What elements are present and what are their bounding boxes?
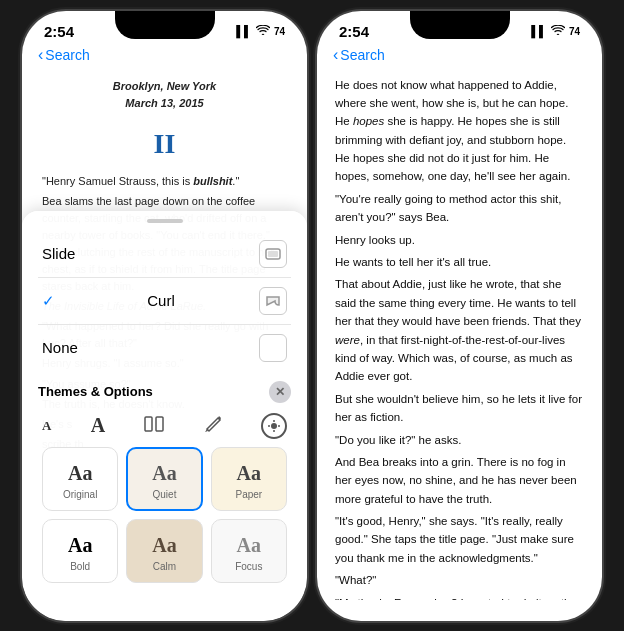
reading-para-10: "What?" <box>335 571 584 589</box>
theme-paper[interactable]: Aa Paper <box>211 447 287 511</box>
status-time-right: 2:54 <box>339 23 369 40</box>
reading-para-2: "You're really going to method actor thi… <box>335 190 584 227</box>
back-label-right: Search <box>340 47 384 63</box>
scroll-option-slide[interactable]: Slide <box>38 231 291 278</box>
back-arrow-left: ‹ <box>38 46 43 64</box>
theme-focus-label: Focus <box>235 561 262 572</box>
reading-para-5: That about Addie, just like he wrote, th… <box>335 275 584 385</box>
themes-label: Themes & Options <box>38 384 153 399</box>
overlay-panel: Slide ✓ Curl <box>22 211 307 621</box>
slide-indicator <box>22 211 307 227</box>
font-size-small[interactable]: A <box>42 418 51 434</box>
nav-bar-right[interactable]: ‹ Search <box>317 44 602 70</box>
theme-original-text: Aa <box>68 462 92 485</box>
back-button-right[interactable]: ‹ Search <box>333 46 385 64</box>
reading-para-11: "My thesis. Remember? I wanted to do it … <box>335 594 584 600</box>
scroll-option-none[interactable]: None <box>38 325 291 371</box>
signal-icon-right: ▌▌ <box>531 25 547 37</box>
theme-calm[interactable]: Aa Calm <box>126 519 202 583</box>
curl-label: Curl <box>147 292 175 309</box>
svg-rect-2 <box>145 417 152 431</box>
notch-right <box>410 11 510 39</box>
wifi-icon-left <box>256 25 270 38</box>
reading-content: He does not know what happened to Addie,… <box>317 70 602 600</box>
notch <box>115 11 215 39</box>
curl-checkmark: ✓ <box>42 292 55 310</box>
scroll-option-curl[interactable]: ✓ Curl <box>38 278 291 325</box>
book-para-1: "Henry Samuel Strauss, this is bullshit.… <box>42 173 287 190</box>
wifi-icon-right <box>551 25 565 38</box>
reading-para-6: But she wouldn't believe him, so he lets… <box>335 390 584 427</box>
reading-para-1: He does not know what happened to Addie,… <box>335 76 584 186</box>
nav-bar-left[interactable]: ‹ Search <box>22 44 307 70</box>
edit-icon[interactable] <box>204 415 222 437</box>
theme-focus[interactable]: Aa Focus <box>211 519 287 583</box>
theme-paper-label: Paper <box>235 489 262 500</box>
slide-right <box>259 240 287 268</box>
back-arrow-right: ‹ <box>333 46 338 64</box>
reading-para-8: And Bea breaks into a grin. There is no … <box>335 453 584 508</box>
none-right <box>259 334 287 362</box>
svg-point-4 <box>271 423 277 429</box>
theme-quiet-text: Aa <box>152 462 176 485</box>
drag-handle <box>147 219 183 223</box>
right-phone: 2:54 ▌▌ 74 ‹ <box>317 11 602 621</box>
signal-icon-left: ▌▌ <box>236 25 252 37</box>
brightness-icon[interactable] <box>261 413 287 439</box>
themes-grid: Aa Original Aa Quiet Aa Paper Aa <box>38 447 291 591</box>
back-button-left[interactable]: ‹ Search <box>38 46 90 64</box>
theme-calm-label: Calm <box>153 561 176 572</box>
theme-quiet[interactable]: Aa Quiet <box>126 447 202 511</box>
battery-icon-left: 74 <box>274 26 285 37</box>
reading-para-4: He wants to tell her it's all true. <box>335 253 584 271</box>
status-time-left: 2:54 <box>44 23 74 40</box>
curl-right <box>259 287 287 315</box>
none-icon <box>259 334 287 362</box>
theme-quiet-label: Quiet <box>153 489 177 500</box>
curl-icon <box>259 287 287 315</box>
font-size-large[interactable]: A <box>91 414 105 437</box>
theme-calm-text: Aa <box>152 534 176 557</box>
theme-original[interactable]: Aa Original <box>42 447 118 511</box>
none-label: None <box>42 339 78 356</box>
back-label-left: Search <box>45 47 89 63</box>
theme-paper-text: Aa <box>237 462 261 485</box>
reading-para-7: "Do you like it?" he asks. <box>335 431 584 449</box>
chapter-number: II <box>42 122 287 165</box>
theme-bold[interactable]: Aa Bold <box>42 519 118 583</box>
theme-bold-label: Bold <box>70 561 90 572</box>
svg-rect-1 <box>268 251 278 257</box>
left-phone: 2:54 ▌▌ 74 ‹ <box>22 11 307 621</box>
book-location-line2: March 13, 2015 <box>42 95 287 112</box>
theme-original-label: Original <box>63 489 97 500</box>
reading-para-3: Henry looks up. <box>335 231 584 249</box>
toolbar-row: A A <box>38 407 291 447</box>
columns-icon[interactable] <box>144 416 164 436</box>
status-icons-left: ▌▌ 74 <box>236 25 285 38</box>
scroll-options: Slide ✓ Curl <box>22 227 307 375</box>
slide-icon <box>259 240 287 268</box>
book-header: Brooklyn, New York March 13, 2015 <box>42 78 287 112</box>
status-icons-right: ▌▌ 74 <box>531 25 580 38</box>
themes-header-row: Themes & Options ✕ <box>38 375 291 407</box>
svg-rect-3 <box>156 417 163 431</box>
battery-icon-right: 74 <box>569 26 580 37</box>
theme-focus-text: Aa <box>237 534 261 557</box>
themes-section: Themes & Options ✕ A A <box>22 375 307 591</box>
reading-para-9: "It's good, Henry," she says. "It's real… <box>335 512 584 567</box>
slide-label: Slide <box>42 245 75 262</box>
theme-bold-text: Aa <box>68 534 92 557</box>
close-button[interactable]: ✕ <box>269 381 291 403</box>
book-location-line1: Brooklyn, New York <box>42 78 287 95</box>
